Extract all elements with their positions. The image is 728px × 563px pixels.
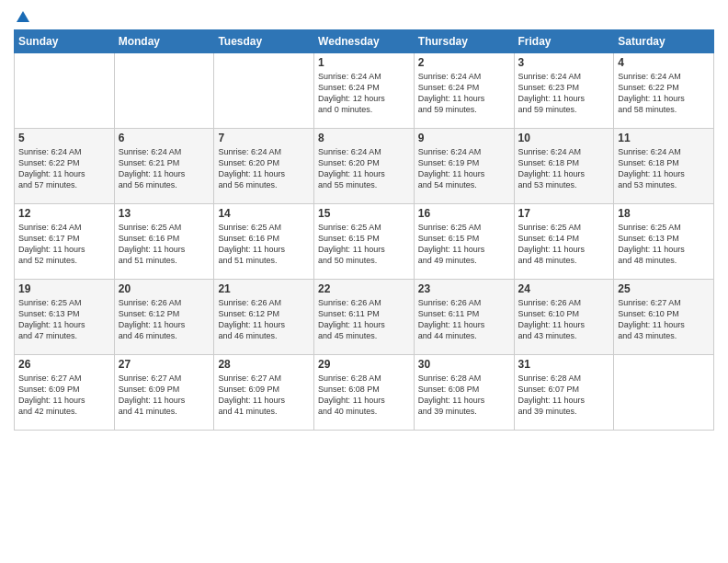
day-info: Sunrise: 6:24 AM Sunset: 6:17 PM Dayligh…	[18, 222, 110, 267]
weekday-saturday: Saturday	[614, 30, 714, 53]
day-cell: 28Sunrise: 6:27 AM Sunset: 6:09 PM Dayli…	[214, 355, 314, 431]
day-info: Sunrise: 6:26 AM Sunset: 6:10 PM Dayligh…	[518, 297, 610, 342]
day-info: Sunrise: 6:24 AM Sunset: 6:19 PM Dayligh…	[418, 146, 510, 191]
day-info: Sunrise: 6:27 AM Sunset: 6:09 PM Dayligh…	[218, 373, 310, 418]
day-number: 13	[119, 207, 210, 220]
day-cell: 8Sunrise: 6:24 AM Sunset: 6:20 PM Daylig…	[314, 129, 415, 204]
day-number: 23	[418, 282, 510, 295]
day-info: Sunrise: 6:24 AM Sunset: 6:23 PM Dayligh…	[518, 71, 610, 116]
day-info: Sunrise: 6:25 AM Sunset: 6:15 PM Dayligh…	[318, 222, 410, 267]
day-info: Sunrise: 6:28 AM Sunset: 6:08 PM Dayligh…	[318, 373, 410, 418]
day-info: Sunrise: 6:25 AM Sunset: 6:15 PM Dayligh…	[418, 222, 510, 267]
day-info: Sunrise: 6:25 AM Sunset: 6:16 PM Dayligh…	[119, 222, 210, 267]
day-number: 9	[418, 132, 510, 144]
day-number: 12	[18, 207, 110, 220]
week-row-2: 5Sunrise: 6:24 AM Sunset: 6:22 PM Daylig…	[15, 129, 714, 204]
day-info: Sunrise: 6:24 AM Sunset: 6:20 PM Dayligh…	[318, 146, 410, 191]
day-cell: 23Sunrise: 6:26 AM Sunset: 6:11 PM Dayli…	[414, 280, 514, 355]
day-cell: 31Sunrise: 6:28 AM Sunset: 6:07 PM Dayli…	[514, 355, 614, 431]
day-number: 18	[618, 207, 710, 220]
day-info: Sunrise: 6:26 AM Sunset: 6:11 PM Dayligh…	[318, 297, 410, 342]
calendar-table: SundayMondayTuesdayWednesdayThursdayFrid…	[14, 29, 714, 431]
day-info: Sunrise: 6:26 AM Sunset: 6:12 PM Dayligh…	[218, 297, 310, 342]
day-info: Sunrise: 6:24 AM Sunset: 6:24 PM Dayligh…	[318, 71, 410, 116]
weekday-thursday: Thursday	[414, 30, 514, 53]
day-cell: 10Sunrise: 6:24 AM Sunset: 6:18 PM Dayli…	[514, 129, 614, 204]
day-info: Sunrise: 6:28 AM Sunset: 6:07 PM Dayligh…	[518, 373, 610, 418]
page: SundayMondayTuesdayWednesdayThursdayFrid…	[0, 0, 728, 563]
day-cell: 1Sunrise: 6:24 AM Sunset: 6:24 PM Daylig…	[314, 53, 415, 129]
day-cell: 18Sunrise: 6:25 AM Sunset: 6:13 PM Dayli…	[614, 204, 714, 280]
day-cell: 20Sunrise: 6:26 AM Sunset: 6:12 PM Dayli…	[114, 280, 214, 355]
day-cell	[15, 53, 115, 129]
day-cell	[114, 53, 214, 129]
day-cell: 9Sunrise: 6:24 AM Sunset: 6:19 PM Daylig…	[414, 129, 514, 204]
day-cell: 27Sunrise: 6:27 AM Sunset: 6:09 PM Dayli…	[114, 355, 214, 431]
day-cell: 3Sunrise: 6:24 AM Sunset: 6:23 PM Daylig…	[514, 53, 614, 129]
day-number: 27	[119, 358, 210, 371]
day-cell: 30Sunrise: 6:28 AM Sunset: 6:08 PM Dayli…	[414, 355, 514, 431]
svg-marker-0	[17, 11, 29, 22]
day-number: 6	[119, 132, 210, 144]
day-cell: 5Sunrise: 6:24 AM Sunset: 6:22 PM Daylig…	[15, 129, 115, 204]
weekday-header-row: SundayMondayTuesdayWednesdayThursdayFrid…	[15, 30, 714, 53]
day-info: Sunrise: 6:24 AM Sunset: 6:18 PM Dayligh…	[618, 146, 710, 191]
day-info: Sunrise: 6:27 AM Sunset: 6:09 PM Dayligh…	[119, 373, 210, 418]
weekday-friday: Friday	[514, 30, 614, 53]
week-row-3: 12Sunrise: 6:24 AM Sunset: 6:17 PM Dayli…	[15, 204, 714, 280]
day-info: Sunrise: 6:25 AM Sunset: 6:13 PM Dayligh…	[18, 297, 110, 342]
day-info: Sunrise: 6:25 AM Sunset: 6:13 PM Dayligh…	[618, 222, 710, 267]
day-cell: 4Sunrise: 6:24 AM Sunset: 6:22 PM Daylig…	[614, 53, 714, 129]
day-number: 3	[518, 56, 610, 69]
day-cell	[614, 355, 714, 431]
day-info: Sunrise: 6:24 AM Sunset: 6:18 PM Dayligh…	[518, 146, 610, 191]
day-cell: 22Sunrise: 6:26 AM Sunset: 6:11 PM Dayli…	[314, 280, 415, 355]
day-info: Sunrise: 6:26 AM Sunset: 6:11 PM Dayligh…	[418, 297, 510, 342]
day-info: Sunrise: 6:27 AM Sunset: 6:10 PM Dayligh…	[618, 297, 710, 342]
day-number: 21	[218, 282, 310, 295]
day-number: 28	[218, 358, 310, 371]
day-info: Sunrise: 6:25 AM Sunset: 6:16 PM Dayligh…	[218, 222, 310, 267]
day-number: 14	[218, 207, 310, 220]
day-info: Sunrise: 6:24 AM Sunset: 6:21 PM Dayligh…	[119, 146, 210, 191]
day-number: 26	[18, 358, 110, 371]
weekday-sunday: Sunday	[15, 30, 115, 53]
day-number: 25	[618, 282, 710, 295]
day-number: 22	[318, 282, 410, 295]
day-cell: 17Sunrise: 6:25 AM Sunset: 6:14 PM Dayli…	[514, 204, 614, 280]
weekday-tuesday: Tuesday	[214, 30, 314, 53]
day-cell: 21Sunrise: 6:26 AM Sunset: 6:12 PM Dayli…	[214, 280, 314, 355]
day-cell: 15Sunrise: 6:25 AM Sunset: 6:15 PM Dayli…	[314, 204, 415, 280]
day-info: Sunrise: 6:24 AM Sunset: 6:20 PM Dayligh…	[218, 146, 310, 191]
day-number: 10	[518, 132, 610, 144]
day-cell: 6Sunrise: 6:24 AM Sunset: 6:21 PM Daylig…	[114, 129, 214, 204]
day-info: Sunrise: 6:28 AM Sunset: 6:08 PM Dayligh…	[418, 373, 510, 418]
day-info: Sunrise: 6:25 AM Sunset: 6:14 PM Dayligh…	[518, 222, 610, 267]
day-cell: 2Sunrise: 6:24 AM Sunset: 6:24 PM Daylig…	[414, 53, 514, 129]
day-number: 4	[618, 56, 710, 69]
day-number: 19	[18, 282, 110, 295]
day-number: 11	[618, 132, 710, 144]
day-info: Sunrise: 6:24 AM Sunset: 6:24 PM Dayligh…	[418, 71, 510, 116]
day-number: 17	[518, 207, 610, 220]
day-info: Sunrise: 6:27 AM Sunset: 6:09 PM Dayligh…	[18, 373, 110, 418]
day-cell: 13Sunrise: 6:25 AM Sunset: 6:16 PM Dayli…	[114, 204, 214, 280]
day-cell: 19Sunrise: 6:25 AM Sunset: 6:13 PM Dayli…	[15, 280, 115, 355]
day-number: 31	[518, 358, 610, 371]
weekday-monday: Monday	[114, 30, 214, 53]
day-number: 5	[18, 132, 110, 144]
day-info: Sunrise: 6:24 AM Sunset: 6:22 PM Dayligh…	[618, 71, 710, 116]
logo	[14, 9, 32, 22]
day-cell: 12Sunrise: 6:24 AM Sunset: 6:17 PM Dayli…	[15, 204, 115, 280]
day-cell: 11Sunrise: 6:24 AM Sunset: 6:18 PM Dayli…	[614, 129, 714, 204]
day-number: 8	[318, 132, 410, 144]
header	[14, 9, 714, 22]
day-number: 20	[119, 282, 210, 295]
day-cell	[214, 53, 314, 129]
week-row-5: 26Sunrise: 6:27 AM Sunset: 6:09 PM Dayli…	[15, 355, 714, 431]
day-cell: 26Sunrise: 6:27 AM Sunset: 6:09 PM Dayli…	[15, 355, 115, 431]
day-cell: 24Sunrise: 6:26 AM Sunset: 6:10 PM Dayli…	[514, 280, 614, 355]
day-number: 29	[318, 358, 410, 371]
week-row-1: 1Sunrise: 6:24 AM Sunset: 6:24 PM Daylig…	[15, 53, 714, 129]
day-info: Sunrise: 6:24 AM Sunset: 6:22 PM Dayligh…	[18, 146, 110, 191]
